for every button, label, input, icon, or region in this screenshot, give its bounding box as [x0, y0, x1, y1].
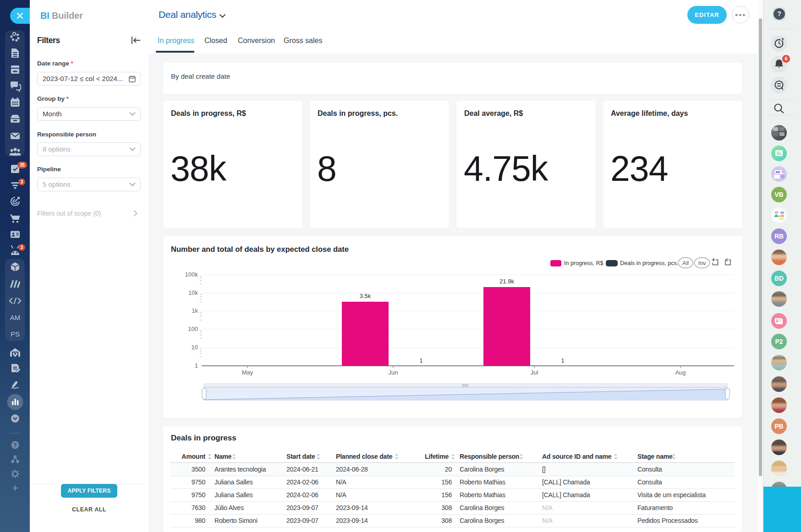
- svg-text:Deals in progress, pcs.: Deals in progress, pcs.: [620, 260, 678, 266]
- svg-text:1: 1: [561, 357, 564, 364]
- svg-text:1: 1: [195, 362, 198, 369]
- svg-text:May: May: [242, 369, 253, 376]
- svg-text:100k: 100k: [185, 271, 198, 278]
- svg-text:PS: PS: [11, 330, 20, 338]
- svg-text:AM: AM: [10, 314, 21, 321]
- svg-text:10k: 10k: [188, 289, 198, 296]
- svg-text:21.9k: 21.9k: [499, 278, 514, 285]
- svg-text:3.5k: 3.5k: [360, 293, 371, 299]
- svg-text:Jul: Jul: [531, 369, 538, 376]
- svg-text:Jun: Jun: [389, 369, 398, 376]
- svg-text:Aug: Aug: [675, 369, 686, 376]
- svg-text:All: All: [682, 260, 689, 266]
- svg-text:1: 1: [419, 357, 422, 364]
- svg-text:100: 100: [188, 326, 198, 332]
- svg-text:In progress, R$: In progress, R$: [564, 260, 603, 266]
- svg-text:1k: 1k: [192, 307, 198, 314]
- svg-text:Inv: Inv: [698, 260, 706, 266]
- svg-text:10: 10: [192, 344, 198, 351]
- svg-text:?: ?: [13, 442, 16, 449]
- svg-text:Number and total of deals by e: Number and total of deals by expected cl…: [171, 245, 349, 253]
